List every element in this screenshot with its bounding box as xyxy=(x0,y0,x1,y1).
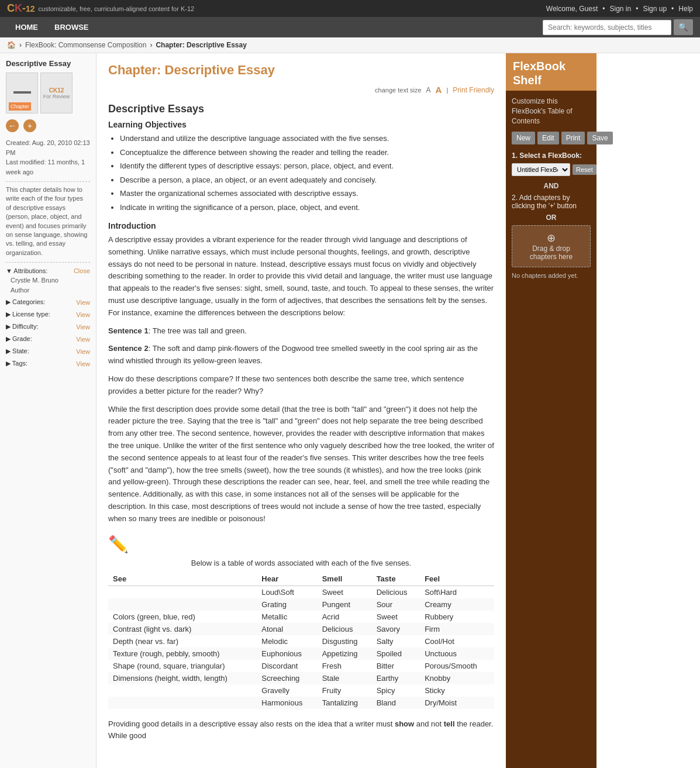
right-panel: FlexBook Shelf Customize this FlexBook's… xyxy=(506,53,596,768)
objective-item: Master the organizational schemes associ… xyxy=(120,188,494,199)
sidebar-icons: ← + xyxy=(6,119,90,132)
table-cell: Knobby xyxy=(420,672,494,684)
table-cell: Colors (green, blue, red) xyxy=(108,611,257,623)
table-cell: Bland xyxy=(372,697,420,709)
sign-in-link[interactable]: Sign in xyxy=(610,5,632,13)
new-button[interactable]: New xyxy=(512,132,535,144)
table-cell: Gravelly xyxy=(257,684,317,697)
table-row: Depth (near vs. far)MelodicDisgustingSal… xyxy=(108,635,494,648)
welcome-text: Welcome, Guest xyxy=(546,5,598,13)
table-header-row: See Hear Smell Taste Feel xyxy=(108,572,494,586)
print-button[interactable]: Print xyxy=(561,132,585,144)
sentence2-text: : The soft and damp pink-flowers of the … xyxy=(108,344,478,365)
separator2: • xyxy=(636,5,638,13)
difficulty-label: ▶ Difficulty: xyxy=(6,323,38,330)
chapter-thumbnail: Chapter xyxy=(6,73,38,113)
no-chapters-text: No chapters added yet. xyxy=(512,272,591,279)
pencil-icon: ✏️ xyxy=(108,535,494,554)
table-cell: Unctuous xyxy=(420,648,494,660)
closing-para: Providing good details in a descriptive … xyxy=(108,718,494,743)
text-size-large[interactable]: A xyxy=(436,85,442,95)
table-cell: Fruity xyxy=(318,684,372,697)
for-review-label: For Review xyxy=(43,94,70,99)
table-cell: Texture (rough, pebbly, smooth) xyxy=(108,648,257,660)
sentence1-para: Sentence 1: The tree was tall and green. xyxy=(108,325,494,337)
breadcrumb-flexbook[interactable]: FlexBook: Commonsense Composition xyxy=(25,41,146,49)
table-cell xyxy=(108,598,257,611)
last-modified: Last modified: 11 months, 1 week ago xyxy=(6,157,90,177)
table-cell: Tantalizing xyxy=(318,697,372,709)
shelf-step2: 2. Add chapters by clicking the '+' butt… xyxy=(512,194,591,210)
table-cell: Appetizing xyxy=(318,648,372,660)
table-cell: Shape (round, square, triangular) xyxy=(108,660,257,672)
objective-item: Indicate in writing the significance of … xyxy=(120,202,494,213)
table-caption: Below is a table of words associated wit… xyxy=(108,559,494,567)
table-cell: Sour xyxy=(372,598,420,611)
tagline: customizable, free, curriculum-aligned c… xyxy=(39,5,195,12)
attributions-label: ▼ Attributions: xyxy=(6,267,47,274)
sidebar-title: Descriptive Essay xyxy=(6,59,90,68)
shelf-buttons: New Edit Print Save xyxy=(512,132,591,144)
sidebar-divider2 xyxy=(6,262,90,263)
categories-view[interactable]: View xyxy=(76,299,90,306)
table-cell: Metallic xyxy=(257,611,317,623)
reset-button[interactable]: Reset xyxy=(573,164,596,175)
chapter-heading: Chapter: Descriptive Essay xyxy=(108,63,494,78)
table-cell: Depth (near vs. far) xyxy=(108,635,257,648)
table-cell: Savory xyxy=(372,623,420,635)
search-input[interactable] xyxy=(543,20,671,35)
text-size-bar: change text size A A | Print Friendly xyxy=(108,85,494,95)
grade-view[interactable]: View xyxy=(76,336,90,343)
attributions-close[interactable]: Close xyxy=(74,267,90,274)
categories-section: ▶ Categories: View xyxy=(6,297,90,307)
browse-nav-link[interactable]: BROWSE xyxy=(46,17,97,37)
home-icon[interactable]: 🏠 xyxy=(7,41,16,49)
search-button[interactable]: 🔍 xyxy=(674,19,693,35)
license-header: ▶ License type: View xyxy=(6,309,90,319)
analysis-para: While the first description does provide… xyxy=(108,404,494,525)
difficulty-section: ▶ Difficulty: View xyxy=(6,322,90,332)
text-size-small[interactable]: A xyxy=(426,86,431,94)
difficulty-view[interactable]: View xyxy=(76,323,90,330)
drag-drop-plus-icon: ⊕ xyxy=(518,232,584,244)
objective-item: Conceptualize the difference between sho… xyxy=(120,147,494,159)
sidebar-meta: Created: Aug. 20, 2010 02:13 PM Last mod… xyxy=(6,138,90,177)
flexbook-select[interactable]: Untitled FlexBook xyxy=(512,163,570,176)
table-cell: Rubbery xyxy=(420,611,494,623)
state-view[interactable]: View xyxy=(76,348,90,355)
share-button[interactable]: ← xyxy=(6,119,19,132)
drag-drop-area[interactable]: ⊕ Drag & drop chapters here xyxy=(512,225,591,267)
top-bar: CK-12 customizable, free, curriculum-ali… xyxy=(0,0,700,17)
table-cell: Sticky xyxy=(420,684,494,697)
home-nav-link[interactable]: HOME xyxy=(7,17,46,37)
add-button[interactable]: + xyxy=(23,119,36,132)
shelf-customize-text: Customize this FlexBook's Table of Conte… xyxy=(512,97,591,126)
table-cell: Sweet xyxy=(318,586,372,598)
flexbook-shelf-body: Customize this FlexBook's Table of Conte… xyxy=(506,91,596,285)
print-friendly-link[interactable]: Print Friendly xyxy=(453,86,494,94)
sign-up-link[interactable]: Sign up xyxy=(643,5,667,13)
license-view[interactable]: View xyxy=(76,311,90,318)
table-cell: Acrid xyxy=(318,611,372,623)
tags-label: ▶ Tags: xyxy=(6,360,27,367)
attributions-content: Crystle M. Bruno Author xyxy=(11,275,90,295)
help-link[interactable]: Help xyxy=(678,5,693,13)
objective-item: Understand and utilize the descriptive l… xyxy=(120,133,494,144)
table-row: Colors (green, blue, red)MetallicAcridSw… xyxy=(108,611,494,623)
table-row: Dimensions (height, width, length)Screec… xyxy=(108,672,494,684)
edit-button[interactable]: Edit xyxy=(537,132,559,144)
table-cell: Screeching xyxy=(257,672,317,684)
categories-header: ▶ Categories: View xyxy=(6,297,90,307)
nav-links: HOME BROWSE xyxy=(7,17,97,37)
top-bar-right: Welcome, Guest • Sign in • Sign up • Hel… xyxy=(546,5,693,13)
drag-drop-text: Drag & drop chapters here xyxy=(518,244,584,261)
table-cell: Soft\Hard xyxy=(420,586,494,598)
flexbook-shelf-header: FlexBook Shelf xyxy=(506,53,596,91)
tags-view[interactable]: View xyxy=(76,360,90,367)
table-row: HarmoniousTantalizingBlandDry/Moist xyxy=(108,697,494,709)
shelf-select-row: Untitled FlexBook Reset xyxy=(512,163,591,176)
save-button[interactable]: Save xyxy=(587,132,612,144)
separator1: • xyxy=(602,5,605,13)
col-smell: Smell xyxy=(318,572,372,586)
grade-section: ▶ Grade: View xyxy=(6,334,90,344)
